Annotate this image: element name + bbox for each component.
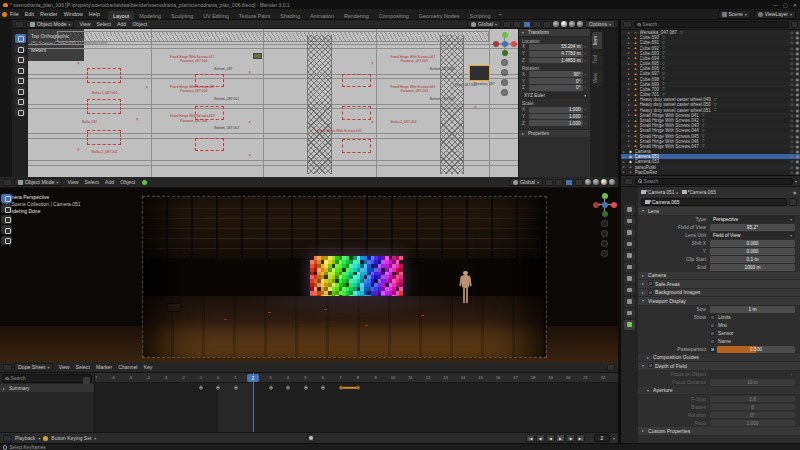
- playback-menu[interactable]: Playback: [15, 435, 35, 441]
- chevron-right-icon[interactable]: ▸: [642, 273, 646, 278]
- editor-type-3d-viewport-icon[interactable]: [15, 21, 24, 28]
- lock-icon[interactable]: ○: [584, 58, 588, 63]
- viewport-menu-select[interactable]: Select: [82, 179, 102, 185]
- transform-orientation-dropdown[interactable]: Global ▾: [509, 178, 543, 186]
- properties-search-input[interactable]: Search: [635, 178, 793, 185]
- timeline-ruler[interactable]: -7-6-5-4-3-2-101234567891011121314151617…: [95, 373, 618, 383]
- breadcrumb-data[interactable]: Camera.065: [689, 190, 715, 195]
- lock-icon[interactable]: ○: [584, 121, 588, 126]
- editor-type-timeline-icon[interactable]: [3, 435, 12, 442]
- end-field[interactable]: 1000 m: [710, 264, 795, 271]
- camera-view-icon[interactable]: [501, 79, 508, 86]
- properties-tab-tool[interactable]: [624, 205, 635, 215]
- keyframe[interactable]: [321, 385, 326, 390]
- lens-unit-dropdown[interactable]: Field of View▾: [710, 232, 795, 239]
- properties-tab-object[interactable]: [624, 274, 635, 284]
- snap-magnet-icon[interactable]: [503, 21, 511, 28]
- filter-toggle-button[interactable]: [83, 377, 90, 384]
- sidebar-tab-view[interactable]: View: [592, 69, 602, 87]
- properties-tab-constraints[interactable]: [624, 308, 635, 318]
- properties-tab-view-layer[interactable]: [624, 239, 635, 249]
- cursor-tool[interactable]: [1, 204, 12, 213]
- chevron-down-icon[interactable]: ▾: [647, 388, 651, 393]
- chevron-right-icon[interactable]: ▸: [642, 428, 646, 433]
- chevron-right-icon[interactable]: ▸: [647, 355, 651, 360]
- viewport-camera[interactable]: Camera Perspective (5) Scene Collection …: [0, 188, 618, 362]
- transform-value-field[interactable]: 0°: [529, 85, 583, 91]
- viewport-menu-add[interactable]: Add: [102, 179, 117, 185]
- options-button[interactable]: Options ▾: [585, 20, 615, 28]
- tab-modeling[interactable]: Modeling: [134, 11, 166, 20]
- editor-divider[interactable]: [618, 20, 620, 443]
- viewport-menu-view[interactable]: View: [76, 21, 93, 27]
- channel-search-input[interactable]: Search: [2, 374, 92, 383]
- datablock-name-field[interactable]: Camera.065: [641, 198, 787, 206]
- annotate-tool[interactable]: [15, 97, 26, 106]
- editor-type-dope-sheet-icon[interactable]: [3, 364, 12, 371]
- measure-tool[interactable]: [15, 107, 26, 116]
- navigation-gizmo[interactable]: [594, 194, 616, 216]
- transform-value-field[interactable]: 90°: [529, 71, 583, 77]
- keyframe-selected[interactable]: [356, 385, 361, 390]
- tab-compositing[interactable]: Compositing: [374, 11, 414, 20]
- ortho-toggle-icon[interactable]: [601, 250, 608, 257]
- keyframe[interactable]: [233, 385, 238, 390]
- tab-layout[interactable]: Layout: [108, 11, 134, 20]
- background-images-checkbox[interactable]: [648, 290, 653, 295]
- select-box-tool[interactable]: [1, 194, 12, 203]
- tab-rendering[interactable]: Rendering: [339, 11, 374, 20]
- proportional-editing-icon[interactable]: [555, 179, 563, 186]
- lock-icon[interactable]: ○: [584, 51, 588, 56]
- show-gizmo-icon[interactable]: [565, 179, 573, 186]
- panel-camera[interactable]: ▸Camera: [638, 272, 800, 281]
- scene-selector[interactable]: Scene ▾: [718, 10, 751, 19]
- lock-icon[interactable]: ○: [584, 85, 588, 90]
- breadcrumb-object[interactable]: Camera.051: [648, 190, 674, 195]
- view-layer-selector[interactable]: ViewLayer ▾: [754, 10, 796, 19]
- cursor-tool[interactable]: [15, 44, 26, 53]
- editor-type-3d-viewport-icon[interactable]: [3, 179, 12, 186]
- selected-object-parawan[interactable]: [469, 65, 490, 81]
- lock-icon[interactable]: ○: [584, 107, 588, 112]
- sidebar-tab-item[interactable]: Item: [592, 32, 602, 49]
- scale-tool[interactable]: [1, 236, 12, 245]
- menu-window[interactable]: Window: [61, 11, 86, 17]
- play-reverse-button[interactable]: ◀: [546, 434, 555, 442]
- jump-end-button[interactable]: ▶|: [576, 434, 585, 442]
- properties-tab-object-data[interactable]: [624, 320, 635, 330]
- transform-value-field[interactable]: 4.7783 m: [529, 51, 583, 57]
- pan-hand-icon[interactable]: [601, 230, 608, 237]
- menu-edit[interactable]: Edit: [22, 11, 37, 17]
- focus-on-object-dropdown[interactable]: ▾: [710, 371, 795, 378]
- show-overlays-icon[interactable]: [533, 21, 541, 28]
- keyframe[interactable]: [198, 385, 203, 390]
- pin-icon[interactable]: ◉: [793, 190, 797, 195]
- summary-channel-row[interactable]: ▸ Summary: [0, 384, 94, 392]
- menu-render[interactable]: Render: [37, 11, 61, 17]
- tab-texture-paint[interactable]: Texture Paint: [234, 11, 275, 20]
- blades-field[interactable]: 0: [710, 404, 795, 411]
- shading-wireframe-icon[interactable]: [553, 21, 559, 27]
- passepartout-slider[interactable]: 0.500: [717, 346, 795, 353]
- lock-icon[interactable]: ○: [584, 114, 588, 119]
- keying-set-dropdown[interactable]: Button Keying Set: [51, 435, 91, 441]
- keyframe[interactable]: [268, 385, 273, 390]
- proportional-editing-icon[interactable]: [513, 21, 521, 28]
- shading-material-icon[interactable]: [569, 21, 575, 27]
- rotation-mode-dropdown[interactable]: XYZ Euler▾: [522, 93, 588, 99]
- dope-menu-view[interactable]: View: [55, 364, 72, 370]
- axis-z-negative[interactable]: [602, 211, 608, 217]
- tab-uv-editing[interactable]: UV Editing: [198, 11, 233, 20]
- dope-sheet-mode-dropdown[interactable]: Dope Sheet ▾: [14, 363, 53, 371]
- lock-icon[interactable]: ○: [584, 72, 588, 77]
- add-workspace-button[interactable]: +: [496, 11, 505, 17]
- select-box-tool[interactable]: [15, 34, 26, 43]
- properties-tab-modifiers[interactable]: [624, 285, 635, 295]
- editor-type-properties-icon[interactable]: [624, 178, 633, 185]
- pan-hand-icon[interactable]: [501, 69, 508, 76]
- f-stop-field[interactable]: 2.8: [710, 396, 795, 403]
- viewport-menu-add[interactable]: Add: [114, 21, 129, 27]
- shading-solid-icon[interactable]: [593, 179, 599, 185]
- keyframe-area[interactable]: -7-6-5-4-3-2-101234567891011121314151617…: [95, 373, 618, 432]
- panel-safe-areas[interactable]: ▸Safe Areas: [638, 280, 800, 289]
